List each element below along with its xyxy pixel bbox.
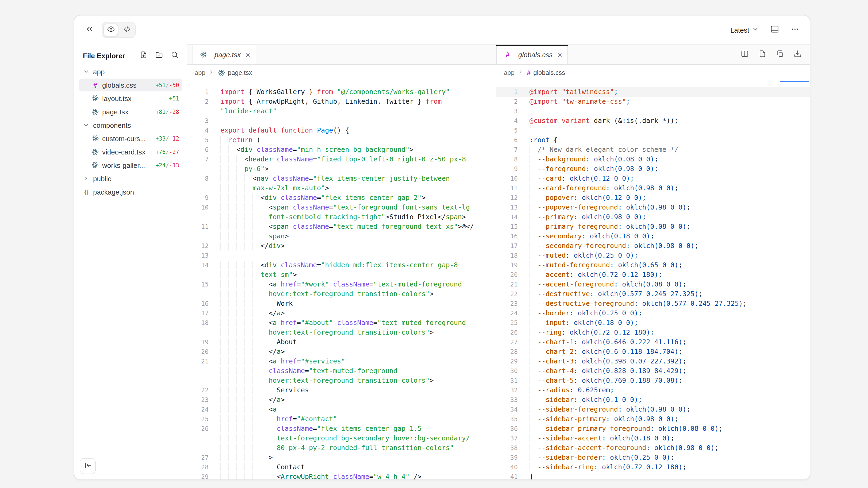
line-number: 20: [187, 347, 209, 357]
file-tree-item-video-card-tsx[interactable]: video-card.tsx+76/-27: [79, 145, 182, 158]
download-button[interactable]: [793, 50, 802, 59]
code-line: 10 <span className="text-foreground font…: [187, 203, 496, 212]
line-number: 15: [187, 280, 209, 289]
breadcrumb-root[interactable]: app: [195, 69, 205, 76]
line-number: 12: [496, 193, 518, 203]
file-tree-item-components[interactable]: components: [79, 119, 182, 131]
code-line: 10 --card: oklch(0.12 0 0);: [496, 174, 810, 183]
line-number: 9: [187, 193, 209, 203]
tab-globals-css[interactable]: # globals.css ×: [496, 45, 568, 64]
code-line: 29 <ArrowUpRight className="w-4 h-4" />: [187, 472, 496, 480]
version-selector[interactable]: Latest: [727, 22, 762, 38]
line-number: 7: [496, 145, 518, 155]
scroll-indicator[interactable]: [780, 81, 809, 82]
code-line: 21 --accent-foreground: oklch(0.08 0 0);: [496, 280, 810, 289]
line-number: 22: [187, 385, 209, 395]
line-number: 40: [496, 462, 518, 472]
file-tree-item-globals-css[interactable]: #globals.css+51/-50: [79, 78, 182, 91]
code-line: 19 About: [187, 337, 496, 347]
code-line: 30 --chart-4: oklch(0.828 0.189 84.429);: [496, 366, 810, 376]
diff-badge: +76/-27: [152, 149, 179, 155]
chevron-right-icon: [518, 69, 524, 76]
line-number: 26: [187, 424, 209, 433]
diff-badge: +24/-13: [152, 162, 179, 168]
line-number: [187, 212, 209, 222]
file-tree-item-app[interactable]: app: [79, 65, 182, 78]
code-line: 5 return (: [187, 135, 496, 145]
code-line: 16 --secondary: oklch(0.18 0 0);: [496, 231, 810, 241]
code-line: 7 <header className="fixed top-0 left-0 …: [187, 155, 496, 164]
tab-page-tsx[interactable]: page.tsx ×: [192, 45, 256, 64]
json-icon: {}: [82, 189, 90, 195]
line-number: 20: [496, 270, 518, 280]
code-editor-page-tsx[interactable]: 1import { WorksGallery } from "@/compone…: [187, 81, 496, 480]
code-line: 15 <a href="#work" className="text-muted…: [187, 280, 496, 289]
chevron-right-icon: [82, 175, 90, 182]
diff-badge: +51: [166, 95, 179, 102]
code-line: 29 --chart-3: oklch(0.398 0.07 227.392);: [496, 357, 810, 366]
file-tree-item-layout-tsx[interactable]: layout.tsx+51: [79, 92, 182, 105]
search-files-button[interactable]: [169, 51, 179, 60]
code-editor-globals-css[interactable]: 1@import "tailwindcss";2@import "tw-anim…: [496, 81, 810, 480]
collapse-sidebar-button[interactable]: [81, 22, 97, 38]
file-explorer-title: File Explorer: [83, 52, 125, 60]
file-tree-item-works-galler-[interactable]: works-galler...+24/-13: [79, 159, 182, 171]
breadcrumb-page-tsx: app page.tsx: [187, 65, 496, 81]
line-number: 6: [187, 145, 209, 155]
close-tab-icon[interactable]: ×: [246, 51, 250, 59]
file-tree-item-custom-curs-[interactable]: custom-curs...+33/-12: [79, 132, 182, 145]
code-mode-button[interactable]: [119, 24, 134, 36]
line-number: 34: [496, 404, 518, 414]
page-background: Latest: [0, 0, 868, 488]
line-number: [187, 433, 209, 443]
code-line: 3: [187, 116, 496, 126]
tab-label: page.tsx: [214, 51, 241, 59]
file-name: package.json: [93, 188, 179, 196]
line-number: 23: [496, 299, 518, 308]
line-number: [187, 376, 209, 385]
line-number: 32: [496, 385, 518, 395]
code-icon: [123, 25, 131, 35]
code-line: 7 /* New dark elegant color scheme */: [496, 145, 810, 155]
file-button[interactable]: [757, 50, 767, 59]
collapse-panel-button[interactable]: [80, 458, 96, 474]
code-line: 25 href="#contact": [187, 414, 496, 424]
main-area: File Explorer: [74, 44, 810, 480]
preview-mode-button[interactable]: [103, 24, 118, 36]
new-file-button[interactable]: [138, 51, 148, 60]
line-number: 27: [187, 453, 209, 462]
breadcrumb-root[interactable]: app: [504, 69, 515, 76]
code-line: 24 --border: oklch(0.25 0 0);: [496, 308, 810, 318]
line-number: [187, 366, 209, 376]
new-folder-button[interactable]: [154, 51, 164, 60]
line-number: [187, 164, 209, 174]
breadcrumb-file[interactable]: # globals.css: [527, 69, 565, 76]
line-number: 17: [496, 241, 518, 251]
breadcrumb-file[interactable]: page.tsx: [218, 69, 252, 76]
line-number: 21: [187, 357, 209, 366]
more-options-button[interactable]: [787, 22, 803, 38]
chevron-down-icon: [752, 26, 759, 34]
file-explorer-actions: [138, 51, 179, 60]
file-tree-item-package-json[interactable]: {}package.json: [79, 186, 182, 198]
line-number: 2: [187, 97, 209, 106]
code-line: 18 <a href="#about" className="text-mute…: [187, 318, 496, 328]
file-name: custom-curs...: [102, 134, 152, 142]
code-line: 2import { ArrowUpRight, Github, Linkedin…: [187, 97, 496, 106]
line-number: [187, 231, 209, 241]
chevron-right-icon: [209, 69, 214, 76]
new-folder-icon: [155, 51, 163, 60]
copy-button[interactable]: [775, 50, 784, 59]
code-line-wrap: hover:text-foreground transition-colors"…: [187, 289, 496, 299]
code-line: 23 </a>: [187, 395, 496, 404]
editor-pane-page-tsx: page.tsx × app page.tsx 1import { W: [187, 44, 496, 480]
file-tree-item-page-tsx[interactable]: page.tsx+81/-28: [79, 105, 182, 118]
code-line: 13: [187, 251, 496, 260]
panel-layout-button[interactable]: [766, 22, 782, 38]
code-line: 4@custom-variant dark (&:is(.dark *));: [496, 116, 810, 126]
code-line: 16 Work: [187, 299, 496, 308]
split-view-button[interactable]: [740, 50, 749, 59]
file-tree-item-public[interactable]: public: [79, 172, 182, 185]
tab-bar-right: # globals.css ×: [496, 44, 810, 65]
close-tab-icon[interactable]: ×: [558, 51, 562, 59]
